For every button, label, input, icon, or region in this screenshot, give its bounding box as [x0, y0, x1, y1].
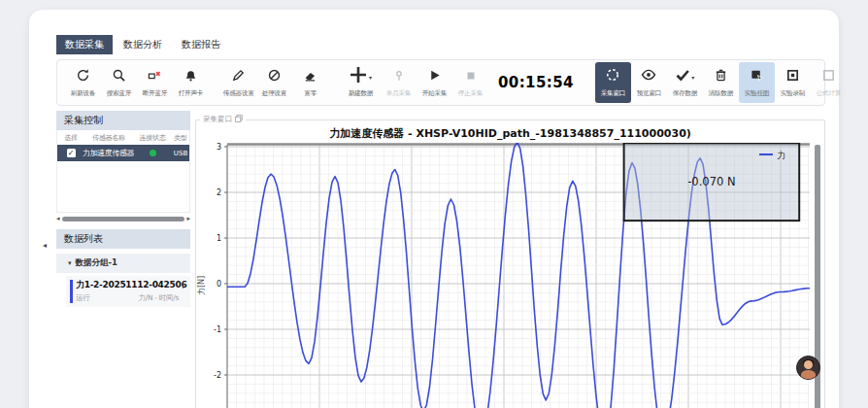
- collect-timer: 00:15:54: [498, 74, 574, 91]
- collect-window-frame-label: 采集窗口: [200, 115, 246, 124]
- left-sidebar: 采集控制 选择传感器名称连接状态类型 ✓力加速度传感器USB ◂ ▸ 数据列表 …: [56, 111, 190, 307]
- tab-data-analysis[interactable]: 数据分析: [115, 35, 171, 54]
- start-collect-button-label: 开始采集: [422, 88, 447, 98]
- bell-icon: [184, 68, 198, 86]
- sensor-table-empty-area: [57, 161, 189, 212]
- search-icon: [112, 68, 126, 86]
- sensor-table: 选择传感器名称连接状态类型 ✓力加速度传感器USB: [56, 130, 190, 213]
- processing-settings-button-label: 处理设置: [262, 88, 286, 98]
- data-group-row[interactable]: ▾数据分组-1: [56, 254, 190, 273]
- new-data-button[interactable]: ▾新建数据: [340, 62, 381, 103]
- sensor-settings-button[interactable]: 传感器设置: [220, 62, 256, 103]
- formula-calc-button: 公式计算: [811, 62, 847, 103]
- y-tick-label: 1: [217, 234, 221, 243]
- y-tick-label: 0: [217, 280, 221, 289]
- formula-icon: [821, 68, 836, 86]
- trash-icon: [714, 68, 728, 86]
- open-soundcard-button[interactable]: 打开声卡: [173, 62, 209, 103]
- data-item-axes: 力/N - 时间/s: [138, 293, 179, 303]
- frame-label-text: 采集窗口: [203, 115, 232, 124]
- plus-icon: [349, 65, 368, 88]
- refresh-icon: [76, 68, 90, 86]
- group-expand-icon[interactable]: ▾: [68, 259, 72, 267]
- preview-window-button[interactable]: 预览窗口: [631, 62, 667, 103]
- sensor-settings-button-label: 传感器设置: [223, 88, 254, 98]
- stop-icon: [464, 68, 478, 86]
- data-list-panel-title: 数据列表: [56, 229, 190, 249]
- chart-title: 力加速度传感器 - XHSP-V10HID_path_-1981348857_1…: [196, 126, 824, 141]
- disconnect-icon: [148, 68, 162, 86]
- record-icon: [785, 68, 800, 86]
- collect-window-button[interactable]: 采集窗口: [595, 62, 631, 103]
- stop-collect-button-label: 停止采集: [458, 88, 483, 98]
- dropdown-caret-icon[interactable]: ▾: [691, 74, 694, 81]
- new-data-button-label: 新建数据: [348, 88, 372, 98]
- start-collect-button[interactable]: 开始采集: [417, 62, 452, 103]
- data-item-title: 力1-2-20251112-042506: [76, 279, 179, 291]
- disconnect-bluetooth-button[interactable]: 断开蓝牙: [137, 62, 173, 103]
- sensor-checkbox[interactable]: ✓: [67, 149, 76, 157]
- hscrollbar-thumb[interactable]: [62, 217, 185, 221]
- collect-window-panel: 采集窗口 力加速度传感器 - XHSP-V10HID_path_-1981348…: [195, 119, 825, 408]
- data-item-status: 运行: [76, 293, 89, 303]
- scroll-right-icon[interactable]: ▸: [186, 215, 190, 223]
- data-list-item[interactable]: 力1-2-20251112-042506⋮运行力/N - 时间/s: [66, 276, 190, 307]
- window-restore-icon[interactable]: [235, 115, 243, 124]
- pencil-icon: [231, 68, 246, 86]
- processing-settings-button[interactable]: 处理设置: [256, 62, 292, 103]
- collection-panel-title: 采集控制: [56, 111, 190, 130]
- item-accent-bar: [70, 280, 73, 303]
- point-icon: [392, 68, 406, 86]
- single-point-button: 单点采集: [381, 62, 417, 103]
- search-bluetooth-button[interactable]: 搜索蓝牙: [101, 62, 137, 103]
- sidebar-collapse-handle[interactable]: ◂: [43, 241, 47, 250]
- zero-button[interactable]: 置零: [292, 62, 328, 103]
- plot-area[interactable]: 3210-1-2力[N]-0.070 N力: [196, 143, 812, 408]
- sensor-column-header: 连接状态: [135, 133, 170, 143]
- stop-collect-button: 停止采集: [452, 62, 488, 103]
- legend-label: 力: [777, 151, 785, 160]
- sensor-column-header: 传感器名称: [83, 133, 135, 143]
- experiment-chart-button[interactable]: 实验挂图: [739, 62, 775, 103]
- floating-assistant-button[interactable]: [796, 356, 820, 380]
- y-axis-label: 力[N]: [197, 276, 206, 295]
- eraser-icon: [303, 68, 317, 86]
- status-dot: [150, 150, 156, 156]
- sensor-table-header: 选择传感器名称连接状态类型: [57, 130, 189, 145]
- data-group-label: 数据分组-1: [76, 257, 117, 269]
- experiment-record-button-label: 实验录制: [781, 88, 805, 98]
- sensor-row[interactable]: ✓力加速度传感器USB: [57, 145, 189, 161]
- tag-icon: [750, 68, 764, 86]
- preview-window-button-label: 预览窗口: [637, 88, 661, 98]
- scroll-left-icon[interactable]: ◂: [56, 215, 60, 223]
- dropdown-caret-icon[interactable]: ▾: [369, 74, 372, 81]
- sensor-column-header: 选择: [59, 133, 83, 143]
- y-tick-label: -1: [214, 325, 221, 334]
- experiment-chart-button-label: 实验挂图: [745, 88, 769, 98]
- formula-calc-button-label: 公式计算: [817, 88, 841, 98]
- y-tick-label: -2: [214, 371, 221, 380]
- experiment-record-button[interactable]: 实验录制: [775, 62, 811, 103]
- disconnect-bluetooth-button-label: 断开蓝牙: [143, 88, 167, 98]
- tab-data-report[interactable]: 数据报告: [173, 35, 229, 54]
- eye-icon: [641, 67, 656, 86]
- open-soundcard-button-label: 打开声卡: [179, 88, 203, 98]
- y-tick-label: 3: [217, 143, 221, 152]
- tab-data-collect[interactable]: 数据采集: [56, 35, 113, 54]
- collect-window-button-label: 采集窗口: [601, 88, 625, 98]
- refresh-device-button[interactable]: 刷新设备: [65, 62, 101, 103]
- refresh-device-button-label: 刷新设备: [71, 88, 95, 98]
- sensor-type: USB: [170, 150, 191, 157]
- clear-data-button[interactable]: 清除数据: [703, 62, 739, 103]
- check-icon: [675, 67, 690, 86]
- search-bluetooth-button-label: 搜索蓝牙: [107, 88, 131, 98]
- sensor-table-hscrollbar[interactable]: ◂ ▸: [56, 215, 190, 223]
- play-icon: [427, 68, 442, 86]
- zero-button-label: 置零: [304, 88, 317, 98]
- save-data-button-label: 保存数据: [673, 88, 697, 98]
- dashed-circle-icon: [605, 67, 620, 86]
- save-data-button[interactable]: ▾保存数据: [667, 62, 703, 103]
- kebab-menu-icon[interactable]: ⋮: [179, 280, 187, 289]
- sensor-name: 力加速度传感器: [83, 148, 135, 158]
- toolbar: 刷新设备搜索蓝牙断开蓝牙打开声卡传感器设置处理设置置零▾新建数据单点采集开始采集…: [56, 59, 825, 106]
